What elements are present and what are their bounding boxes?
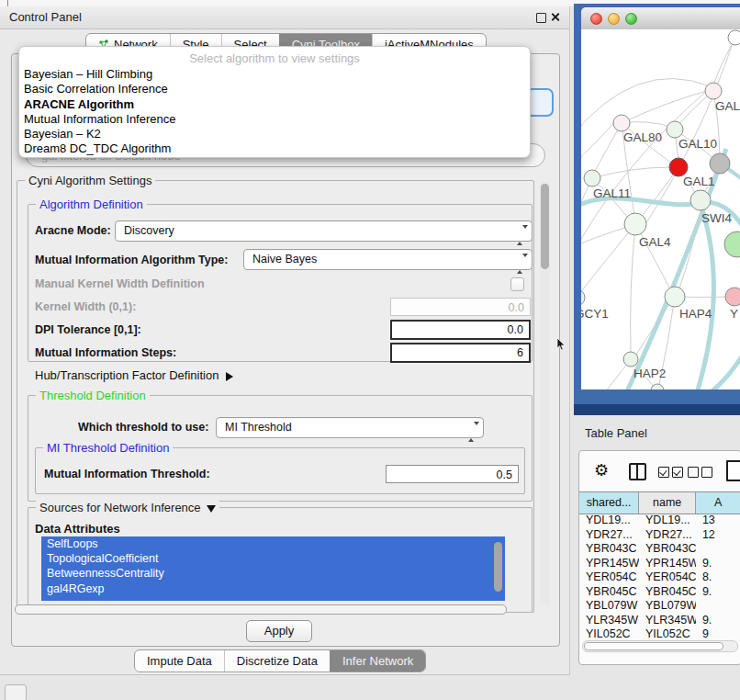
settings-vertical-scrollbar-thumb[interactable] (541, 184, 549, 269)
node-label: HAP2 (633, 367, 666, 380)
settings-horizontal-scrollbar[interactable] (15, 604, 507, 615)
hub-definition-label: Hub/Transcription Factor Definition (35, 368, 219, 382)
settings-group-title: Cyni Algorithm Settings (25, 174, 155, 187)
tab-impute-data-label: Impute Data (147, 650, 212, 672)
apply-button[interactable]: Apply (246, 620, 312, 642)
collapse-arrow-icon (207, 505, 216, 513)
table-row[interactable]: YBR045CYBR045C9. (579, 585, 740, 600)
mi-threshold-input[interactable]: 0.5 (386, 465, 519, 483)
network-canvas[interactable]: GALGAL80GAL10GAL1GAL11SWI4GAL4GCY1HAP4YH… (581, 29, 740, 390)
network-nodes: GALGAL80GAL10GAL1GAL11SWI4GAL4GCY1HAP4YH… (581, 30, 740, 390)
manual-kernel-width-checkbox[interactable] (510, 277, 524, 291)
network-node-gal11[interactable] (584, 170, 600, 186)
which-threshold-select[interactable]: MI Threshold (216, 417, 484, 438)
table-row[interactable]: YIL052CYIL052C9 (579, 627, 740, 640)
kernel-width-input[interactable]: 0.0 (390, 298, 531, 316)
zoom-traffic-light-icon[interactable] (625, 13, 637, 25)
hub-definition-expander[interactable]: Hub/Transcription Factor Definition (35, 368, 233, 382)
deselect-all-checkbox-icon[interactable] (701, 467, 712, 478)
algorithm-option[interactable]: Bayesian – K2 (19, 127, 530, 141)
float-window-icon[interactable] (536, 13, 546, 23)
algorithm-option[interactable]: Basic Correlation Inference (19, 82, 530, 96)
table-row[interactable]: YLR345WYLR345W9. (579, 614, 740, 628)
deselect-all-checkbox-icon[interactable] (688, 467, 699, 478)
attribute-list-item[interactable]: SelfLoops (41, 536, 505, 551)
network-node-gal80[interactable] (613, 115, 630, 131)
minimize-traffic-light-icon[interactable] (608, 13, 620, 25)
attributes-scrollbar[interactable] (494, 542, 502, 592)
gear-icon[interactable]: ⚙ (594, 459, 609, 481)
algorithm-option[interactable]: ARACNE Algorithm (19, 97, 530, 112)
algorithm-option[interactable]: Dream8 DC_TDC Algorithm (19, 141, 530, 156)
data-attributes-list[interactable]: SelfLoopsTopologicalCoefficientBetweenne… (41, 536, 505, 601)
algorithm-option[interactable]: Mutual Information Inference (19, 112, 530, 127)
table-row[interactable]: YBR043CYBR043C (579, 542, 740, 557)
aracne-mode-select[interactable]: Discovery (115, 220, 533, 242)
node-label: GAL4 (639, 235, 671, 249)
close-traffic-light-icon[interactable] (590, 13, 602, 25)
table-row[interactable]: YDR27...YDR27...12 (579, 528, 740, 543)
table-cell: YER054C (639, 570, 696, 585)
mi-threshold-label: Mutual Information Threshold: (44, 464, 210, 484)
select-all-checkbox-icon[interactable] (672, 467, 683, 478)
network-node-gal10[interactable] (667, 121, 683, 138)
table-row[interactable]: YDL19...YDL19...13 (579, 514, 740, 528)
network-window-titlebar[interactable] (581, 7, 740, 30)
column-header-shared-name[interactable]: shared... (579, 492, 639, 514)
algorithm-option[interactable]: Bayesian – Hill Climbing (19, 67, 530, 82)
threshold-definition-title: Threshold Definition (36, 389, 150, 402)
network-node[interactable] (651, 384, 664, 390)
table-row[interactable]: YBL079WYBL079W (579, 599, 740, 614)
table-cell: YIL052C (579, 627, 639, 640)
table-cell: YIL052C (639, 627, 696, 640)
network-node[interactable] (710, 153, 730, 174)
network-node[interactable] (724, 231, 740, 257)
node-label: GAL1 (683, 175, 715, 188)
table-row[interactable]: YPR145WYPR145W9. (579, 557, 740, 571)
table-horizontal-scrollbar[interactable] (582, 640, 738, 652)
table-cell: YDR27... (579, 528, 639, 543)
table-body: YDL19...YDL19...13YDR27...YDR27...12YBR0… (579, 514, 740, 640)
document-icon[interactable] (726, 460, 740, 481)
network-node-hap4[interactable] (665, 287, 685, 307)
network-node-y[interactable] (725, 288, 740, 306)
network-node[interactable] (728, 30, 740, 45)
table-panel: ⚙ shared... name A YDL19...YDL19...13YDR… (578, 450, 740, 665)
mi-steps-input[interactable]: 6 (390, 343, 531, 363)
table-cell: YBL079W (579, 599, 639, 614)
close-icon[interactable] (550, 12, 560, 22)
column-header-a[interactable]: A (696, 492, 740, 514)
columns-icon[interactable] (629, 463, 646, 480)
table-cell: 9. (696, 585, 740, 600)
tab-impute-data[interactable]: Impute Data (135, 650, 224, 672)
network-node-gcy1[interactable] (581, 289, 585, 306)
table-cell: 12 (696, 528, 740, 543)
sources-group-title[interactable]: Sources for Network Inference (36, 501, 219, 514)
tab-infer-network[interactable]: Infer Network (330, 650, 425, 672)
tab-discretize-data[interactable]: Discretize Data (224, 650, 330, 672)
table-cell: 13 (696, 514, 740, 528)
select-all-checkbox-icon[interactable] (658, 467, 669, 478)
network-node-hap2[interactable] (623, 352, 638, 367)
column-header-name[interactable]: name (639, 492, 696, 514)
node-label: GCY1 (581, 307, 609, 321)
table-row[interactable]: YER054CYER054C8. (579, 570, 740, 585)
attribute-list-item[interactable]: gal4RGexp (41, 581, 505, 596)
network-node-gal[interactable] (705, 83, 722, 99)
node-label: GAL10 (678, 137, 717, 151)
node-label: HAP4 (679, 307, 712, 321)
attribute-list-item[interactable]: BetweennessCentrality (41, 566, 505, 581)
network-node-swi4[interactable] (690, 190, 711, 210)
network-node-gal1[interactable] (669, 158, 688, 176)
mi-algorithm-type-select[interactable]: Naive Bayes (243, 249, 533, 270)
attribute-list-item[interactable]: TopologicalCoefficient (41, 551, 505, 566)
table-cell: YBR043C (639, 542, 696, 557)
table-cell: 9. (696, 614, 740, 628)
cyni-bottom-tabbar: Impute Data Discretize Data Infer Networ… (134, 649, 426, 672)
dpi-tolerance-input[interactable]: 0.0 (390, 320, 531, 340)
table-cell: 9. (696, 557, 740, 571)
collapsed-panel-button[interactable] (5, 684, 27, 700)
mi-steps-label: Mutual Information Steps: (35, 343, 176, 363)
network-view-window: GALGAL80GAL10GAL1GAL11SWI4GAL4GCY1HAP4YH… (574, 4, 740, 415)
network-node-gal4[interactable] (624, 213, 646, 235)
